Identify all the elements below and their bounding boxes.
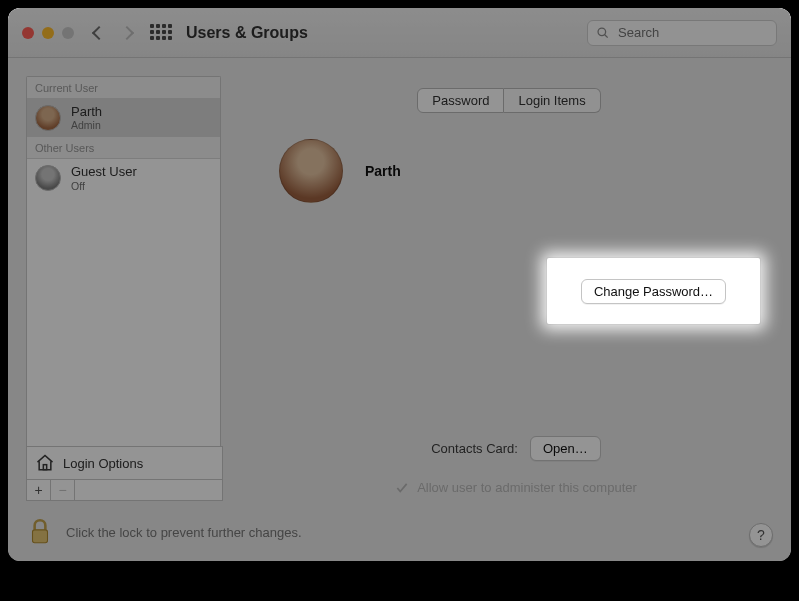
add-remove-bar: + − bbox=[26, 479, 223, 501]
lock-icon[interactable] bbox=[26, 517, 54, 547]
svg-rect-3 bbox=[33, 530, 48, 543]
help-button[interactable]: ? bbox=[749, 523, 773, 547]
contacts-card-label: Contacts Card: bbox=[431, 441, 518, 456]
zoom-window-button bbox=[62, 27, 74, 39]
sidebar: Current User Parth Admin Other Users Gue… bbox=[8, 58, 241, 561]
checkmark-icon bbox=[395, 481, 409, 495]
user-role: Off bbox=[71, 180, 137, 192]
forward-button bbox=[122, 24, 132, 42]
contacts-card-row: Contacts Card: Open… bbox=[241, 436, 791, 461]
change-password-button[interactable]: Change Password… bbox=[581, 279, 726, 304]
open-contacts-button[interactable]: Open… bbox=[530, 436, 601, 461]
footer-text: Click the lock to prevent further change… bbox=[66, 525, 302, 540]
remove-user-button: − bbox=[51, 480, 75, 500]
svg-rect-2 bbox=[43, 465, 46, 470]
tab-password[interactable]: Password bbox=[417, 88, 504, 113]
user-row-current[interactable]: Parth Admin bbox=[27, 99, 220, 137]
svg-line-1 bbox=[605, 34, 608, 37]
user-name: Parth bbox=[71, 105, 102, 119]
user-name: Guest User bbox=[71, 165, 137, 179]
login-options-label: Login Options bbox=[63, 456, 143, 471]
search-field[interactable] bbox=[587, 20, 777, 46]
house-icon bbox=[35, 453, 55, 473]
change-password-highlight: Change Password… bbox=[547, 258, 760, 324]
avatar-icon bbox=[35, 105, 61, 131]
current-user-header: Current User bbox=[27, 77, 220, 99]
back-button[interactable] bbox=[94, 24, 104, 42]
user-role: Admin bbox=[71, 119, 102, 131]
admin-checkbox-label: Allow user to administer this computer bbox=[417, 480, 637, 495]
admin-checkbox-row: Allow user to administer this computer bbox=[241, 480, 791, 495]
svg-point-0 bbox=[598, 28, 606, 36]
profile-name: Parth bbox=[365, 163, 401, 179]
avatar-icon bbox=[35, 165, 61, 191]
minimize-window-button[interactable] bbox=[42, 27, 54, 39]
close-window-button[interactable] bbox=[22, 27, 34, 39]
tabs: Password Login Items bbox=[251, 88, 767, 113]
add-user-button[interactable]: + bbox=[27, 480, 51, 500]
main-panel: Password Login Items Parth Change Passwo… bbox=[241, 58, 791, 561]
search-input[interactable] bbox=[616, 24, 768, 41]
other-users-header: Other Users bbox=[27, 137, 220, 159]
profile-row: Parth bbox=[251, 139, 767, 203]
footer: Click the lock to prevent further change… bbox=[26, 517, 773, 547]
nav-buttons bbox=[94, 24, 132, 42]
profile-avatar[interactable] bbox=[279, 139, 343, 203]
search-icon bbox=[596, 26, 610, 40]
preferences-window: Users & Groups Current User Parth Admin … bbox=[8, 8, 791, 561]
window-controls bbox=[22, 27, 74, 39]
user-row-guest[interactable]: Guest User Off bbox=[27, 159, 220, 197]
login-options-button[interactable]: Login Options bbox=[26, 446, 223, 479]
tab-login-items[interactable]: Login Items bbox=[504, 88, 600, 113]
titlebar: Users & Groups bbox=[8, 8, 791, 58]
window-title: Users & Groups bbox=[186, 24, 308, 42]
show-all-icon[interactable] bbox=[150, 24, 168, 42]
